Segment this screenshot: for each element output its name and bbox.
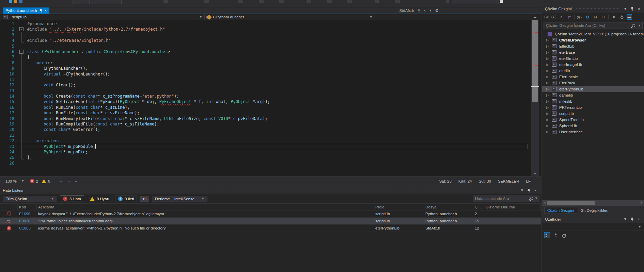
code-line[interactable]: 10virtual ~CPythonLauncher();	[0, 71, 531, 77]
code-line[interactable]: 6class CPythonLauncher : public CSinglet…	[0, 49, 531, 54]
close-icon[interactable]: ×	[424, 8, 426, 13]
code-line[interactable]: 15void SetTraceFunc(int (*pFunc)(PyObjec…	[0, 99, 531, 104]
scrollbar-down-arrow-icon[interactable]: ▼	[531, 172, 539, 175]
close-icon[interactable]: ×	[533, 188, 538, 192]
close-icon[interactable]: ×	[637, 217, 641, 221]
code-line[interactable]: 9CPythonLauncher();	[0, 66, 531, 71]
tree-item-mileslib[interactable]: ▷mileslib	[542, 98, 644, 104]
column-header-file[interactable]: Dosya	[424, 204, 473, 210]
errors-filter-button[interactable]: × 3 Hata	[60, 196, 84, 202]
code-editor[interactable]: 1#pragma once2#include "../../Extern/inc…	[0, 20, 541, 176]
code-line[interactable]: 23PyObject* m_poModule;	[0, 144, 531, 149]
pin-icon[interactable]	[417, 8, 421, 13]
expander-icon[interactable]: ▷	[546, 57, 552, 60]
tree-item-eterimagelib[interactable]: ▷eterImageLib	[542, 62, 644, 68]
close-icon[interactable]: ×	[637, 7, 641, 11]
expander-icon[interactable]: ▷	[546, 118, 552, 121]
error-row[interactable]: ×C1083içerme dosyası açılamıyor: 'Python…	[0, 225, 541, 232]
chevron-down-icon[interactable]: ▼	[623, 217, 628, 221]
expander-icon[interactable]: ▷	[546, 124, 552, 128]
pin-icon[interactable]	[527, 188, 531, 192]
expander-icon[interactable]: ▷	[546, 38, 552, 42]
code-line[interactable]: 2#include "../../Extern/include/Python-2…	[0, 27, 531, 32]
scroll-left-icon[interactable]: ◄	[542, 200, 547, 206]
scope-filter-dropdown[interactable]: Tüm Çözüm ▼	[3, 196, 57, 202]
tree-item-gamelib[interactable]: ▷gamelib	[542, 92, 644, 98]
tree-item-eterlib[interactable]: ▷eterlib	[542, 68, 644, 74]
column-header-code[interactable]: Kod	[18, 204, 37, 210]
row-indicator-column-header[interactable]: ⠂	[0, 204, 18, 210]
code-line[interactable]: 17bool RunFile(const char* c_szFileName)…	[0, 110, 531, 116]
pin-icon[interactable]	[630, 217, 634, 221]
expander-icon[interactable]: ▷	[546, 45, 552, 48]
view-code-icon[interactable]: <>	[611, 14, 616, 20]
status-tabs-mode[interactable]: SEKMELER	[498, 179, 519, 183]
source-filter-dropdown[interactable]: Derleme + IntelliSense ▼	[152, 196, 207, 202]
expander-icon[interactable]: ▷	[546, 51, 552, 54]
code-line[interactable]: 13	[0, 88, 531, 94]
code-line[interactable]: 21	[0, 133, 531, 138]
sync-with-active-document-icon[interactable]: ⇄	[566, 14, 572, 20]
filter-button[interactable]: ▼×	[140, 196, 149, 202]
code-line[interactable]: 20const char* GetError();	[0, 127, 531, 132]
tab-pythonlauncher[interactable]: PythonLauncher.h ×	[3, 7, 49, 14]
code-line[interactable]: 24PyObject* m_poDic;	[0, 149, 531, 155]
close-icon[interactable]: ×	[45, 8, 47, 13]
tree-item-scriptlib[interactable]: ▷scriptLib	[542, 111, 644, 117]
status-eol[interactable]: LF	[526, 179, 531, 183]
expander-icon[interactable]: ▷	[546, 75, 552, 79]
pin-icon[interactable]	[39, 8, 43, 13]
chevron-down-icon[interactable]: ▼	[638, 24, 641, 27]
chevron-down-icon[interactable]: ▼	[429, 9, 432, 12]
code-line[interactable]: 25};	[0, 155, 531, 160]
background-tab-stdafx[interactable]: StdAfx.h	[399, 8, 414, 13]
nest-files-icon[interactable]: ⊡	[593, 14, 598, 20]
code-line[interactable]: 7{	[0, 54, 531, 60]
collapse-all-icon[interactable]: ⊟	[600, 14, 606, 20]
properties-object-dropdown[interactable]: ▼	[542, 223, 644, 231]
search-icon[interactable]	[530, 197, 533, 200]
editor-vertical-scrollbar[interactable]: ▼	[531, 20, 539, 176]
error-code-link[interactable]: E0020	[18, 219, 37, 223]
scroll-right-icon[interactable]: ►	[639, 200, 644, 206]
navigate-back-icon[interactable]: ←	[59, 178, 63, 184]
tree-item-userinterface[interactable]: ▷UserInterface	[542, 129, 644, 135]
error-indicator[interactable]: × 2	[30, 179, 38, 183]
code-line[interactable]: 4#include "../eterBase/Singleton.h"	[0, 38, 531, 43]
expander-icon[interactable]: ▷	[546, 106, 552, 109]
chevron-down-icon[interactable]: ▼	[535, 197, 538, 200]
back-icon[interactable]: ◄	[544, 15, 549, 19]
column-header-project[interactable]: Proje	[374, 204, 424, 210]
fold-collapse-icon[interactable]: −	[19, 27, 23, 31]
navigate-forward-icon[interactable]: →	[67, 178, 71, 184]
warnings-filter-button[interactable]: 0 Uyarı	[87, 196, 112, 202]
code-line[interactable]: 19bool RunCompiledFile(const char* c_szF…	[0, 121, 531, 127]
tree-item-speedtreelib[interactable]: ▷SpeedTreeLib	[542, 117, 644, 123]
expander-icon[interactable]: ▷	[546, 87, 552, 91]
code-line[interactable]: 18bool RunMemoryTextFile(const char* c_s…	[0, 116, 531, 121]
solution-search-input[interactable]	[544, 23, 632, 28]
code-line[interactable]: 5	[0, 44, 531, 49]
split-window-handle-icon[interactable]: ╪	[531, 14, 539, 20]
code-line[interactable]: 16bool RunLine(const char* c_szLine);	[0, 105, 531, 110]
forward-icon[interactable]: ►	[551, 15, 556, 19]
search-icon[interactable]	[632, 24, 635, 27]
code-line[interactable]: 1#pragma once	[0, 21, 531, 27]
code-line[interactable]: 12void Clear();	[0, 82, 531, 88]
solution-root-node[interactable]: Çözüm 'Metin2Client_VC90' (16 projeden 1…	[542, 31, 644, 37]
code-line[interactable]: 26	[0, 160, 531, 166]
code-line[interactable]: 11	[0, 77, 531, 82]
chevron-down-icon[interactable]: ▼	[520, 188, 524, 192]
zoom-dropdown[interactable]: 100 % ▼	[3, 178, 27, 184]
alphabetical-sort-icon[interactable]: AZ↓	[553, 233, 559, 238]
tree-item-eterlocale[interactable]: ▷EterLocale	[542, 74, 644, 80]
error-row[interactable]: !E1696kaynak dosyası "../../Extern/inclu…	[0, 210, 541, 218]
expander-icon[interactable]: ▷	[546, 112, 552, 115]
expander-icon[interactable]: ▷	[546, 94, 552, 97]
gear-icon[interactable]: ⚙	[435, 8, 439, 13]
code-line[interactable]: 22protected:	[0, 138, 531, 143]
tree-item-etergrnlib[interactable]: ▷eterGrnLib	[542, 55, 644, 62]
fold-collapse-icon[interactable]: −	[19, 50, 23, 54]
column-header-suppression[interactable]: Gizleme Durumu	[484, 204, 531, 210]
messages-filter-button[interactable]: i 0 İleti	[115, 196, 137, 202]
